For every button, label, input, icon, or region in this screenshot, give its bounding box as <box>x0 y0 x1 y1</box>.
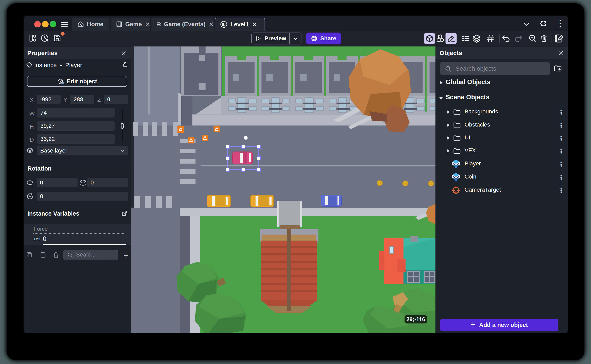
svg-text:3D: 3D <box>61 82 64 84</box>
